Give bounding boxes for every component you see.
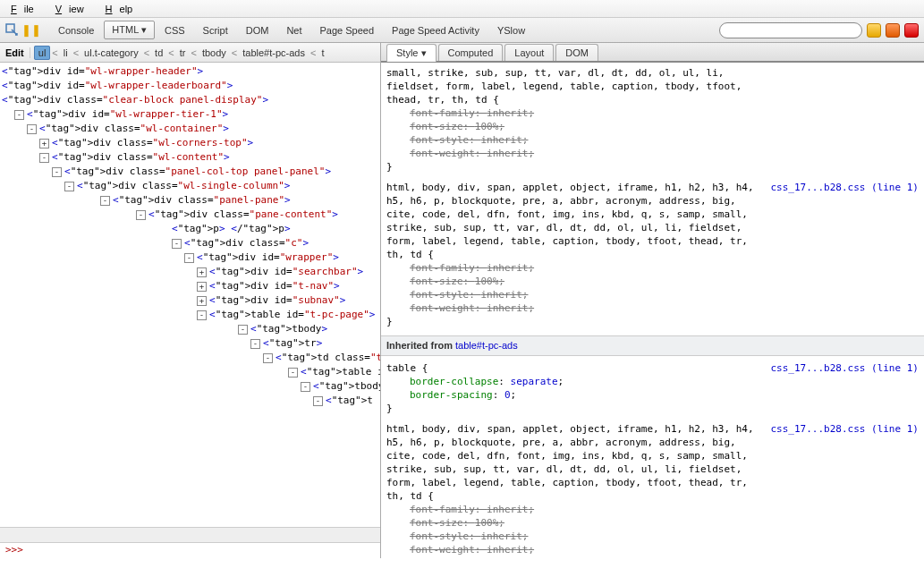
tab-pagespeed[interactable]: Page Speed [312,21,383,39]
menubar: File View Help [0,0,924,18]
tab-console[interactable]: Console [50,21,102,39]
css-rule[interactable]: css_17...b28.css (line 1)html, body, div… [386,181,919,328]
twisty-icon[interactable]: + [197,282,207,292]
twisty-icon[interactable]: - [14,110,24,120]
breadcrumb: Edit ul<li<ul.t-category<td<tr<tbody<tab… [0,43,380,63]
tree-node[interactable]: -<"tag">table id="t-pc-page"> [2,308,380,322]
twisty-icon[interactable]: - [197,310,207,320]
style-rules[interactable]: small, strike, sub, sup, tt, var, dl, dt… [381,63,924,558]
tab-net[interactable]: Net [278,21,309,39]
inspect-icon[interactable] [5,23,20,38]
tab-script[interactable]: Script [195,21,236,39]
crumb-seg[interactable]: li [60,46,72,60]
twisty-icon[interactable]: - [238,325,248,335]
twisty-icon[interactable]: - [301,382,310,392]
tree-node[interactable]: +<"tag">div id="subnav"> [2,293,380,308]
tree-node[interactable]: -<"tag">div class="c"> [2,236,380,250]
crumb-seg[interactable]: ul [34,46,51,60]
tree-node[interactable]: -<"tag">div class="panel-col-top panel-p… [2,165,380,179]
twisty-icon[interactable]: - [52,167,62,177]
command-line[interactable]: >>> [0,542,380,558]
twisty-icon[interactable]: - [39,153,49,163]
tab-style[interactable]: Style ▾ [386,44,437,62]
tab-dom[interactable]: DOM [238,21,277,39]
tree-node[interactable]: +<"tag">div id="t-nav"> [2,279,380,293]
twisty-icon[interactable]: - [313,396,323,406]
tree-node[interactable]: -<"tag">table id="t-pc-ads" c [2,365,380,379]
tree-node[interactable]: -<"tag">div id="wrapper"> [2,250,380,265]
css-rule[interactable]: css_17...b28.css (line 1)table {border-c… [386,361,919,415]
css-source-link[interactable]: css_17...b28.css (line 1) [770,422,919,436]
twisty-icon[interactable]: + [39,139,49,148]
tab-dom-right[interactable]: DOM [555,44,598,61]
css-source-link[interactable]: css_17...b28.css (line 1) [770,361,919,375]
minimize-icon[interactable] [867,23,881,38]
tree-node[interactable]: -<"tag">div class="wl-single-column"> [2,179,380,193]
tree-node[interactable]: -<"tag">div id="wl-wrapper-tier-1"> [2,107,380,122]
tab-layout[interactable]: Layout [504,44,554,61]
tab-yslow[interactable]: YSlow [489,21,533,39]
tree-node[interactable]: <"tag">div id="wl-wrapper-leaderboard"> [2,79,380,93]
main: Edit ul<li<ul.t-category<td<tr<tbody<tab… [0,43,924,558]
crumb-seg[interactable]: ul.t-category [81,46,142,60]
twisty-icon[interactable]: - [263,353,273,363]
twisty-icon[interactable]: + [197,267,207,277]
crumb-seg[interactable]: t [318,46,327,60]
twisty-icon[interactable]: - [288,368,298,378]
twisty-icon[interactable]: + [197,296,207,306]
tree-node[interactable]: <"tag">div id="wl-wrapper-header"> [2,64,380,79]
tree-node[interactable]: -<"tag">div class="pane-content"> [2,208,380,222]
twisty-icon[interactable]: - [64,182,74,191]
left-pane: Edit ul<li<ul.t-category<td<tr<tbody<tab… [0,43,381,558]
tab-html[interactable]: HTML ▾ [104,21,155,39]
css-rule[interactable]: small, strike, sub, sup, tt, var, dl, dt… [386,66,919,174]
right-pane: Style ▾ Computed Layout DOM small, strik… [381,43,924,558]
crumb-seg[interactable]: tr [176,46,190,60]
twisty-icon[interactable]: - [100,196,110,206]
twisty-icon[interactable]: - [250,339,260,349]
tree-node[interactable]: -<"tag">tbody [2,379,380,394]
css-source-link[interactable]: css_17...b28.css (line 1) [770,181,919,194]
tree-node[interactable]: +<"tag">div id="searchbar"> [2,265,380,279]
tree-node[interactable]: <"tag">p> </"tag">p> [2,222,380,236]
css-rule[interactable]: css_17...b28.css (line 1)html, body, div… [386,422,919,558]
tab-psactivity[interactable]: Page Speed Activity [384,21,487,39]
crumb-seg[interactable]: table#t-pc-ads [239,46,309,60]
tree-node[interactable]: -<"tag">div class="panel-pane"> [2,193,380,208]
search-input[interactable] [719,22,862,38]
menu-view[interactable]: View [48,2,98,16]
tree-node[interactable]: -<"tag">t [2,394,380,408]
twisty-icon[interactable]: - [184,253,194,263]
pause-icon[interactable]: ❚❚ [21,23,41,37]
hscrollbar[interactable] [0,527,380,542]
tree-node[interactable]: -<"tag">div class="wl-container"> [2,122,380,136]
inherited-header: Inherited from table#t-pc-ads [381,335,924,356]
crumb-seg[interactable]: tbody [199,46,230,60]
tree-node[interactable]: -<"tag">tr> [2,336,380,351]
tree-node[interactable]: <"tag">div class="clear-block panel-disp… [2,93,380,107]
close-icon[interactable] [904,23,919,38]
edit-button[interactable]: Edit [5,47,30,58]
twisty-icon[interactable]: - [136,210,146,220]
tree-node[interactable]: +<"tag">div class="wl-corners-top"> [2,136,380,150]
tree-node[interactable]: -<"tag">tbody> [2,322,380,336]
tab-computed[interactable]: Computed [438,44,504,61]
menu-file[interactable]: File [4,2,48,16]
tab-css[interactable]: CSS [157,21,193,39]
crumb-seg[interactable]: td [151,46,166,60]
right-tabs: Style ▾ Computed Layout DOM [381,43,924,63]
twisty-icon[interactable]: - [172,239,182,249]
tree-node[interactable]: -<"tag">td class="t-cs1"> [2,351,380,365]
tree-node[interactable]: -<"tag">div class="wl-content"> [2,150,380,165]
popout-icon[interactable] [886,23,900,38]
twisty-icon[interactable]: - [27,124,37,134]
toolbar: ❚❚ Console HTML ▾ CSS Script DOM Net Pag… [0,18,924,43]
menu-help[interactable]: Help [98,2,148,16]
html-tree[interactable]: <"tag">div id="wl-wrapper-header"><"tag"… [0,63,380,527]
